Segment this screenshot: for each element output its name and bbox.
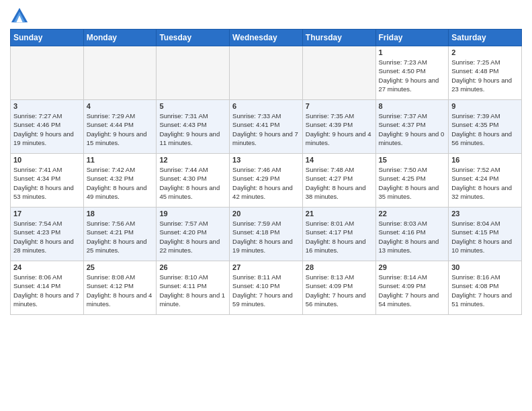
day-number: 7: [306, 102, 373, 110]
week-row-5: 24Sunrise: 8:06 AMSunset: 4:14 PMDayligh…: [11, 261, 522, 315]
day-number: 28: [306, 263, 373, 271]
calendar-cell: 1Sunrise: 7:23 AMSunset: 4:50 PMDaylight…: [375, 46, 449, 100]
calendar-cell: 26Sunrise: 8:10 AMSunset: 4:11 PMDayligh…: [157, 261, 230, 315]
sunrise-text: Sunrise: 7:41 AM: [13, 166, 62, 173]
sunrise-text: Sunrise: 7:59 AM: [232, 220, 281, 227]
day-number: 25: [87, 263, 154, 271]
sunset-text: Sunset: 4:32 PM: [87, 175, 134, 182]
day-number: 12: [159, 156, 226, 164]
calendar-cell: 30Sunrise: 8:16 AMSunset: 4:08 PMDayligh…: [449, 261, 522, 315]
day-info: Sunrise: 7:31 AMSunset: 4:43 PMDaylight:…: [159, 111, 226, 147]
calendar-cell: [157, 46, 230, 100]
day-info: Sunrise: 7:42 AMSunset: 4:32 PMDaylight:…: [87, 165, 154, 201]
day-info: Sunrise: 8:03 AMSunset: 4:16 PMDaylight:…: [379, 219, 446, 255]
day-number: 9: [451, 102, 519, 110]
daylight-text: Daylight: 9 hours and 11 minutes.: [159, 130, 220, 146]
day-info: Sunrise: 7:59 AMSunset: 4:18 PMDaylight:…: [232, 219, 300, 255]
daylight-text: Daylight: 7 hours and 59 minutes.: [232, 291, 293, 308]
calendar-cell: 18Sunrise: 7:56 AMSunset: 4:21 PMDayligh…: [83, 208, 157, 261]
day-number: 21: [306, 210, 373, 218]
sunset-text: Sunset: 4:39 PM: [306, 121, 353, 128]
daylight-text: Daylight: 9 hours and 7 minutes.: [232, 130, 298, 146]
sunrise-text: Sunrise: 8:13 AM: [306, 273, 354, 281]
daylight-text: Daylight: 7 hours and 54 minutes.: [379, 291, 439, 308]
week-row-2: 3Sunrise: 7:27 AMSunset: 4:46 PMDaylight…: [11, 100, 522, 154]
sunrise-text: Sunrise: 7:44 AM: [159, 166, 208, 173]
day-number: 16: [451, 156, 519, 164]
day-number: 30: [451, 263, 519, 271]
day-info: Sunrise: 7:54 AMSunset: 4:23 PMDaylight:…: [13, 219, 81, 255]
sunset-text: Sunset: 4:18 PM: [232, 228, 279, 236]
daylight-text: Daylight: 8 hours and 53 minutes.: [13, 184, 74, 200]
day-info: Sunrise: 7:25 AMSunset: 4:48 PMDaylight:…: [451, 58, 519, 93]
weekday-thursday: Thursday: [302, 30, 375, 46]
sunrise-text: Sunrise: 7:57 AM: [159, 220, 208, 227]
day-info: Sunrise: 8:04 AMSunset: 4:15 PMDaylight:…: [451, 219, 519, 255]
day-info: Sunrise: 7:56 AMSunset: 4:21 PMDaylight:…: [87, 219, 154, 255]
day-info: Sunrise: 7:39 AMSunset: 4:35 PMDaylight:…: [451, 111, 519, 147]
logo: [10, 7, 32, 26]
sunrise-text: Sunrise: 7:42 AM: [87, 166, 135, 173]
sunrise-text: Sunrise: 7:29 AM: [87, 112, 135, 120]
daylight-text: Daylight: 8 hours and 49 minutes.: [87, 184, 147, 200]
day-info: Sunrise: 7:27 AMSunset: 4:46 PMDaylight:…: [13, 111, 81, 147]
calendar-table: SundayMondayTuesdayWednesdayThursdayFrid…: [10, 29, 522, 315]
calendar-cell: 6Sunrise: 7:33 AMSunset: 4:41 PMDaylight…: [230, 100, 303, 154]
sunrise-text: Sunrise: 8:11 AM: [232, 273, 281, 281]
day-number: 6: [232, 102, 300, 110]
daylight-text: Daylight: 8 hours and 25 minutes.: [87, 238, 147, 254]
sunset-text: Sunset: 4:37 PM: [379, 121, 426, 128]
weekday-tuesday: Tuesday: [157, 30, 230, 46]
calendar-cell: 24Sunrise: 8:06 AMSunset: 4:14 PMDayligh…: [11, 261, 84, 315]
sunset-text: Sunset: 4:27 PM: [306, 175, 353, 182]
logo-icon: [10, 7, 29, 26]
daylight-text: Daylight: 8 hours and 35 minutes.: [379, 184, 439, 200]
sunrise-text: Sunrise: 7:46 AM: [232, 166, 281, 173]
calendar-cell: 27Sunrise: 8:11 AMSunset: 4:10 PMDayligh…: [230, 261, 303, 315]
calendar-cell: 11Sunrise: 7:42 AMSunset: 4:32 PMDayligh…: [83, 154, 157, 208]
sunrise-text: Sunrise: 7:27 AM: [13, 112, 62, 120]
sunset-text: Sunset: 4:34 PM: [13, 175, 60, 182]
day-info: Sunrise: 8:13 AMSunset: 4:09 PMDaylight:…: [306, 273, 373, 308]
day-number: 13: [232, 156, 300, 164]
day-info: Sunrise: 7:37 AMSunset: 4:37 PMDaylight:…: [379, 111, 446, 147]
calendar-cell: 12Sunrise: 7:44 AMSunset: 4:30 PMDayligh…: [157, 154, 230, 208]
week-row-1: 1Sunrise: 7:23 AMSunset: 4:50 PMDaylight…: [11, 46, 522, 100]
calendar-cell: 22Sunrise: 8:03 AMSunset: 4:16 PMDayligh…: [375, 208, 449, 261]
sunrise-text: Sunrise: 7:31 AM: [159, 112, 208, 120]
week-row-4: 17Sunrise: 7:54 AMSunset: 4:23 PMDayligh…: [11, 208, 522, 261]
calendar-cell: 10Sunrise: 7:41 AMSunset: 4:34 PMDayligh…: [11, 154, 84, 208]
daylight-text: Daylight: 8 hours and 38 minutes.: [306, 184, 366, 200]
day-info: Sunrise: 8:08 AMSunset: 4:12 PMDaylight:…: [87, 273, 154, 308]
day-number: 5: [159, 102, 226, 110]
calendar-cell: 28Sunrise: 8:13 AMSunset: 4:09 PMDayligh…: [302, 261, 375, 315]
calendar-cell: 29Sunrise: 8:14 AMSunset: 4:09 PMDayligh…: [375, 261, 449, 315]
daylight-text: Daylight: 7 hours and 51 minutes.: [451, 291, 512, 308]
day-info: Sunrise: 8:06 AMSunset: 4:14 PMDaylight:…: [13, 273, 81, 308]
sunset-text: Sunset: 4:25 PM: [379, 175, 426, 182]
header: [10, 7, 522, 26]
sunrise-text: Sunrise: 7:52 AM: [451, 166, 500, 173]
day-number: 2: [451, 48, 519, 56]
daylight-text: Daylight: 8 hours and 1 minute.: [159, 291, 225, 308]
calendar-cell: 17Sunrise: 7:54 AMSunset: 4:23 PMDayligh…: [11, 208, 84, 261]
day-info: Sunrise: 8:11 AMSunset: 4:10 PMDaylight:…: [232, 273, 300, 308]
day-number: 22: [379, 210, 446, 218]
sunset-text: Sunset: 4:20 PM: [159, 228, 206, 236]
weekday-header-row: SundayMondayTuesdayWednesdayThursdayFrid…: [11, 30, 522, 46]
day-number: 17: [13, 210, 81, 218]
day-info: Sunrise: 7:46 AMSunset: 4:29 PMDaylight:…: [232, 165, 300, 201]
calendar-cell: 4Sunrise: 7:29 AMSunset: 4:44 PMDaylight…: [83, 100, 157, 154]
calendar-cell: 19Sunrise: 7:57 AMSunset: 4:20 PMDayligh…: [157, 208, 230, 261]
sunrise-text: Sunrise: 8:10 AM: [159, 273, 208, 281]
daylight-text: Daylight: 8 hours and 19 minutes.: [232, 238, 293, 254]
day-info: Sunrise: 7:48 AMSunset: 4:27 PMDaylight:…: [306, 165, 373, 201]
sunrise-text: Sunrise: 7:50 AM: [379, 166, 427, 173]
day-number: 4: [87, 102, 154, 110]
day-info: Sunrise: 7:50 AMSunset: 4:25 PMDaylight:…: [379, 165, 446, 201]
sunset-text: Sunset: 4:48 PM: [451, 67, 498, 75]
daylight-text: Daylight: 8 hours and 10 minutes.: [451, 238, 512, 254]
day-info: Sunrise: 7:52 AMSunset: 4:24 PMDaylight:…: [451, 165, 519, 201]
sunset-text: Sunset: 4:44 PM: [87, 121, 134, 128]
sunset-text: Sunset: 4:50 PM: [379, 67, 426, 75]
